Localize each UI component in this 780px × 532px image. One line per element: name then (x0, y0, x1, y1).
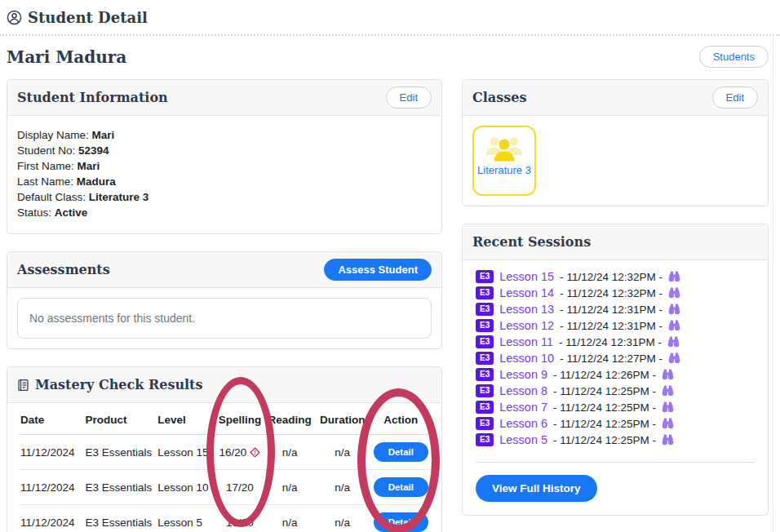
edit-classes-button[interactable]: Edit (712, 86, 758, 109)
binoculars-icon[interactable] (662, 401, 674, 413)
field-label: Student No: (17, 144, 75, 157)
product-badge: E3 (476, 270, 494, 283)
session-lesson-link[interactable]: Lesson 14 (499, 286, 554, 299)
field-label: Default Class: (17, 191, 86, 203)
cell-reading: n/a (267, 470, 313, 505)
binoculars-icon[interactable] (662, 369, 674, 380)
product-badge: E3 (476, 286, 494, 299)
binoculars-icon[interactable] (662, 385, 674, 397)
session-datetime: - 11/12/24 12:32PM - (560, 287, 663, 299)
col-spelling: Spelling (213, 403, 266, 435)
sessions-list: E3 Lesson 15 - 11/12/24 12:32PM - E3 Les… (476, 268, 755, 448)
student-information-header: Student Information Edit (7, 80, 441, 116)
mastery-check-results-card: Mastery Check Results Date Product Level… (7, 366, 442, 532)
class-tile-label[interactable]: Literature 3 (477, 164, 531, 177)
session-lesson-link[interactable]: Lesson 8 (499, 384, 547, 397)
field-value: Literature 3 (89, 191, 149, 203)
class-tile-literature-3[interactable]: Literature 3 (472, 126, 536, 196)
classes-header: Classes Edit (463, 80, 768, 116)
mastery-title-text: Mastery Check Results (35, 377, 203, 392)
binoculars-icon[interactable] (668, 287, 680, 299)
product-badge: E3 (476, 352, 494, 365)
classes-body: Literature 3 (463, 116, 768, 206)
info-row-status: Status: Active (17, 205, 432, 220)
svg-text:!: ! (255, 449, 256, 456)
session-list-item: E3 Lesson 12 - 11/12/24 12:31PM - (476, 317, 755, 334)
col-action: Action (372, 403, 430, 435)
assess-student-button[interactable]: Assess Student (324, 259, 432, 281)
info-row-first-name: First Name: Mari (17, 158, 432, 174)
product-badge: E3 (476, 335, 494, 348)
assessments-title: Assessments (17, 262, 110, 277)
cell-product: E3 Essentials (83, 435, 156, 470)
student-information-card: Student Information Edit Display Name: M… (7, 79, 442, 234)
cell-action: Detail (372, 470, 430, 505)
col-level: Level (156, 403, 213, 435)
product-badge: E3 (476, 433, 494, 446)
session-list-item: E3 Lesson 14 - 11/12/24 12:32PM - (476, 285, 755, 301)
session-datetime: - 11/12/24 12:27PM - (560, 352, 663, 365)
cell-level: Lesson 10 (156, 470, 213, 505)
cell-spelling: 17/20 (213, 470, 266, 505)
cell-product: E3 Essentials (83, 470, 156, 505)
product-badge: E3 (476, 319, 494, 332)
info-row-display-name: Display Name: Mari (17, 127, 432, 143)
session-datetime: - 11/12/24 12:25PM - (553, 434, 656, 446)
content-grid: Student Information Edit Display Name: M… (0, 78, 780, 532)
field-value: Active (55, 206, 88, 219)
binoculars-icon[interactable] (662, 418, 674, 429)
binoculars-icon[interactable] (668, 304, 680, 315)
detail-button[interactable]: Detail (374, 512, 428, 532)
session-lesson-link[interactable]: Lesson 12 (499, 319, 554, 332)
cell-spelling: 16/20 ! (213, 435, 266, 470)
session-lesson-link[interactable]: Lesson 11 (499, 335, 553, 348)
edit-student-button[interactable]: Edit (386, 86, 432, 109)
binoculars-icon[interactable] (662, 434, 674, 446)
field-label: Status: (17, 206, 51, 219)
view-full-history-button[interactable]: View Full History (476, 475, 597, 502)
student-information-title: Student Information (17, 90, 168, 105)
students-button[interactable]: Students (699, 46, 769, 68)
person-circle-icon (7, 10, 22, 25)
classes-title: Classes (472, 90, 526, 105)
col-date: Date (19, 403, 83, 435)
mastery-body: Date Product Level Spelling Reading Dura… (7, 403, 441, 532)
info-row-default-class: Default Class: Literature 3 (17, 189, 432, 205)
session-lesson-link[interactable]: Lesson 6 (499, 417, 547, 430)
student-name-heading: Mari Madura (7, 47, 126, 67)
classes-card: Classes Edit (462, 79, 769, 206)
student-title-row: Mari Madura Students (0, 36, 780, 78)
col-duration: Duration (313, 403, 372, 435)
binoculars-icon[interactable] (668, 271, 680, 282)
session-lesson-link[interactable]: Lesson 13 (499, 303, 554, 316)
col-reading: Reading (267, 403, 313, 435)
session-list-item: E3 Lesson 8 - 11/12/24 12:25PM - (476, 383, 755, 399)
session-lesson-link[interactable]: Lesson 10 (499, 352, 554, 365)
session-datetime: - 11/12/24 12:25PM - (553, 385, 656, 397)
assessments-header: Assessments Assess Student (7, 252, 441, 288)
page-title: Student Detail (28, 9, 148, 26)
session-lesson-link[interactable]: Lesson 15 (499, 270, 554, 283)
binoculars-icon[interactable] (668, 352, 680, 364)
assessments-card: Assessments Assess Student No assessment… (7, 251, 442, 349)
product-badge: E3 (476, 303, 494, 316)
session-lesson-link[interactable]: Lesson 5 (499, 433, 547, 446)
table-header-row: Date Product Level Spelling Reading Dura… (19, 403, 430, 435)
cell-level: Lesson 5 (156, 505, 213, 532)
table-row: 11/12/2024 E3 Essentials Lesson 5 19/20 … (19, 505, 430, 532)
session-lesson-link[interactable]: Lesson 9 (499, 368, 547, 381)
topbar: Student Detail (0, 0, 780, 36)
spelling-score: 16/20 (219, 446, 246, 459)
detail-button[interactable]: Detail (374, 442, 428, 462)
no-assessments-message: No assessments for this student. (17, 298, 432, 339)
student-information-body: Display Name: Mari Student No: 52394 Fir… (7, 116, 441, 233)
detail-button[interactable]: Detail (374, 477, 428, 497)
cell-date: 11/12/2024 (19, 435, 83, 470)
session-lesson-link[interactable]: Lesson 7 (499, 401, 547, 414)
field-value: Madura (77, 175, 116, 188)
cell-level: Lesson 15 (156, 435, 213, 470)
binoculars-icon[interactable] (668, 320, 680, 331)
session-datetime: - 11/12/24 12:25PM - (553, 401, 656, 414)
session-datetime: - 11/12/24 12:32PM - (560, 271, 663, 283)
binoculars-icon[interactable] (667, 336, 680, 348)
